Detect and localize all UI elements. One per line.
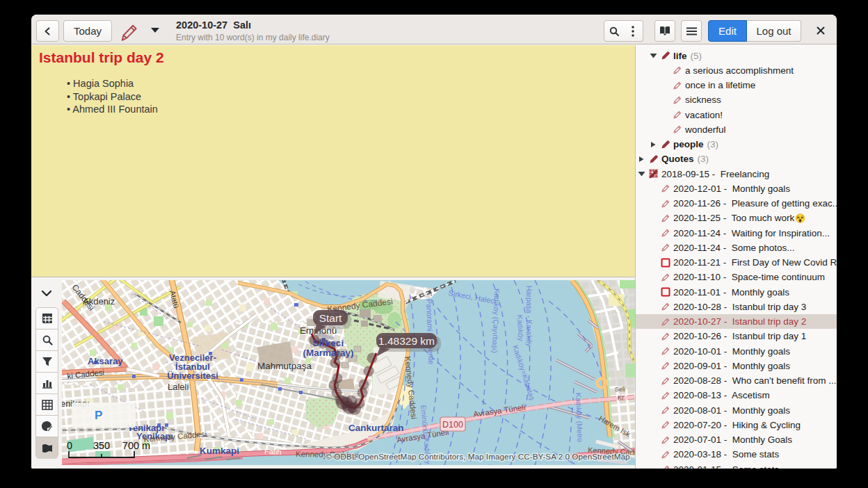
svg-text:P: P (95, 409, 102, 422)
svg-text:Aksaray: Aksaray (88, 356, 123, 366)
svg-text:Laleli: Laleli (168, 382, 188, 392)
svg-text:0: 0 (67, 440, 72, 451)
svg-text:700 m: 700 m (122, 440, 150, 451)
svg-text:D100: D100 (442, 420, 463, 430)
svg-text:Kadıköy (Metro: Kadıköy (Metro (574, 393, 584, 443)
svg-text:Harpaşa - Karaköy: Harpaşa - Karaköy (525, 286, 533, 347)
svg-text:Kr: Kr (618, 394, 624, 401)
svg-text:Fatih: Fatih (264, 447, 282, 456)
svg-text:Start: Start (319, 312, 342, 324)
svg-text:(Marmaray): (Marmaray) (303, 348, 354, 358)
svg-text:Cankurtaran: Cankurtaran (348, 423, 404, 433)
svg-text:Mahmutpaşa: Mahmutpaşa (257, 361, 312, 371)
svg-text:Kadıköy: Kadıköy (516, 315, 525, 342)
svg-text:© ODBL OpenStreetMap Contribut: © ODBL OpenStreetMap Contributors, Map I… (326, 452, 630, 462)
svg-text:Sirkeci: Sirkeci (313, 338, 344, 348)
svg-text:Kumkapi: Kumkapi (200, 446, 239, 456)
svg-text:350: 350 (93, 440, 110, 451)
svg-text:Üniversitesi: Üniversitesi (167, 371, 218, 381)
svg-text:1.48329 km: 1.48329 km (378, 335, 435, 347)
svg-text:Seli: Seli (615, 386, 625, 393)
